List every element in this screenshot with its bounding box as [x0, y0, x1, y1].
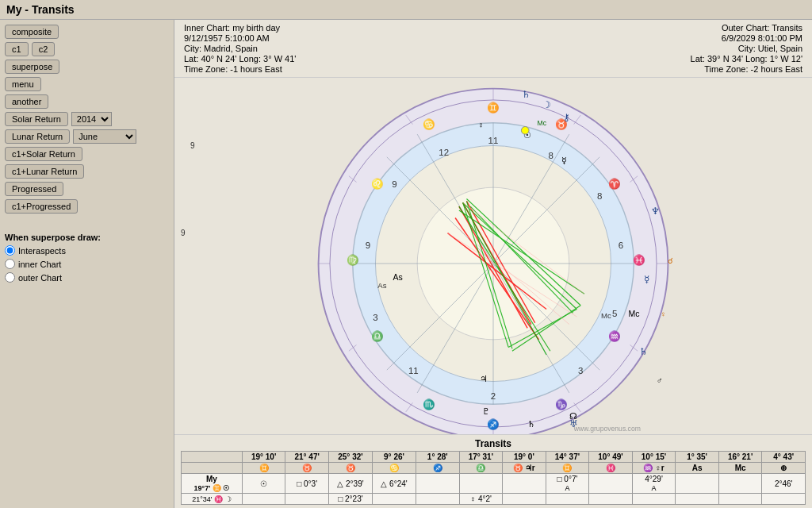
td-moon-9 [589, 494, 633, 505]
progressed-row: Progressed [5, 182, 169, 196]
lunar-return-month-select[interactable]: January February March April May June Ju… [73, 129, 136, 144]
c1-solar-row: c1+Solar Return [5, 147, 169, 161]
th-sign-8: ♊ [546, 463, 589, 474]
svg-text:♓: ♓ [633, 254, 645, 267]
th-sign-7: ♉ ♃r [503, 463, 546, 474]
c1-progressed-button[interactable]: c1+Progressed [5, 199, 78, 214]
outer-chart-timezone: Time Zone: -2 hours East [691, 64, 802, 74]
inner-chart-info: Inner Chart: my birth day 9/12/1957 5:10… [184, 23, 296, 74]
th-empty [182, 452, 243, 463]
td-moon-6: ♀ 4°2' [459, 494, 503, 505]
svg-text:♈: ♈ [608, 178, 621, 190]
svg-text:5: 5 [612, 309, 617, 318]
svg-text:☿: ☿ [561, 156, 567, 165]
svg-text:9: 9 [366, 241, 370, 250]
th-col-10: 10° 15' [632, 452, 676, 463]
svg-text:♄: ♄ [522, 90, 530, 99]
main-layout: composite c1 c2 superpose menu another S… [0, 20, 812, 508]
svg-text:♋: ♋ [423, 118, 435, 131]
td-my-9 [589, 474, 633, 494]
th-col-9: 10° 49' [589, 452, 633, 463]
svg-text:www.grupovenus.com: www.grupovenus.com [573, 425, 641, 433]
svg-text:As: As [377, 281, 386, 290]
sidebar: composite c1 c2 superpose menu another S… [0, 20, 174, 508]
interaspects-radio[interactable] [5, 245, 15, 256]
composite-button[interactable]: composite [5, 25, 59, 39]
astro-chart-svg: 11 8 8 6 5 3 2 11 3 9 9 12 [311, 81, 676, 434]
svg-text:2: 2 [491, 391, 496, 401]
svg-text:12: 12 [439, 148, 449, 157]
svg-text:☌: ☌ [668, 256, 673, 265]
svg-text:♊: ♊ [487, 102, 500, 114]
svg-text:♎: ♎ [371, 330, 384, 343]
td-my-4: △ 6°24' [372, 474, 416, 494]
lunar-return-button[interactable]: Lunar Return [5, 129, 70, 144]
outer-chart-radio[interactable] [5, 272, 15, 283]
inner-chart-city: City: Madrid, Spain [184, 44, 296, 53]
inner-chart-radio[interactable] [5, 259, 15, 269]
td-my-3: △ 2°39' [328, 474, 372, 494]
transits-table-title: Transits [181, 438, 806, 449]
chart-info-header: Inner Chart: my birth day 9/12/1957 5:10… [174, 20, 812, 78]
svg-text:Mc: Mc [629, 309, 640, 318]
c1-lunar-button[interactable]: c1+Lunar Return [5, 164, 84, 179]
svg-text:♀: ♀ [478, 120, 485, 129]
td-my-11 [676, 474, 719, 494]
outer-chart-date: 6/9/2029 8:01:00 PM [691, 33, 802, 43]
chart-canvas: 11 8 8 6 5 3 2 11 3 9 9 12 [174, 78, 812, 434]
composite-row: composite [5, 25, 169, 39]
c1-lunar-row: c1+Lunar Return [5, 164, 169, 179]
another-button[interactable]: another [5, 94, 48, 109]
th-col-7: 19° 0' [503, 452, 546, 463]
inner-chart-date: 9/12/1957 5:10:00 AM [184, 33, 296, 43]
inner-chart-timezone: Time Zone: -1 hours East [184, 64, 296, 74]
svg-text:♇: ♇ [482, 406, 490, 416]
svg-text:♄: ♄ [639, 347, 648, 356]
th-sign-6: ♎ [459, 463, 503, 474]
td-moon-7 [503, 494, 546, 505]
td-moon-2 [285, 494, 329, 505]
th-sign-13: ⊕ [762, 463, 806, 474]
svg-text:As: As [393, 272, 403, 282]
th-sign-5: ♐ [416, 463, 460, 474]
svg-text:3: 3 [578, 366, 583, 375]
td-my-label: My19°7' ♊ ☉ [182, 474, 243, 494]
td-moon-8 [546, 494, 589, 505]
svg-text:♆: ♆ [651, 206, 660, 216]
table-row-my: My19°7' ♊ ☉ ☉ □ 0°3' △ 2°39' △ 6°24' □ 0… [182, 474, 806, 494]
chart-house-label: 9 [181, 229, 186, 237]
svg-text:♒: ♒ [608, 330, 621, 343]
superpose-row: superpose [5, 60, 169, 74]
c2-button[interactable]: c2 [32, 42, 56, 56]
svg-text:8: 8 [597, 191, 602, 201]
svg-point-83 [521, 127, 529, 135]
th-sign-4: ♋ [372, 463, 416, 474]
td-my-6 [459, 474, 503, 494]
svg-text:11: 11 [408, 366, 419, 375]
th-sign-11: As [676, 463, 719, 474]
svg-text:♂: ♂ [657, 375, 663, 385]
outer-chart-latlong: Lat: 39° N 34' Long: 1° W 12' [691, 54, 802, 64]
td-my-10: 4°29'A [632, 474, 676, 494]
svg-text:♏: ♏ [423, 398, 435, 411]
c1-solar-button[interactable]: c1+Solar Return [5, 147, 82, 161]
solar-return-button[interactable]: Solar Return [5, 112, 68, 126]
th-col-6: 17° 31' [459, 452, 503, 463]
th-col-2: 21° 47' [285, 452, 329, 463]
table-row-moon: 21°34' ♓ ☽ □ 2°23' ♀ 4°2' [182, 494, 806, 505]
th-col-8: 14° 37' [546, 452, 589, 463]
td-my-7 [503, 474, 546, 494]
solar-return-year-select[interactable]: 2012 2013 2014 2015 2016 [71, 112, 112, 126]
th-col-1: 19° 10' [242, 452, 285, 463]
td-moon-label: 21°34' ♓ ☽ [182, 494, 243, 505]
td-moon-10 [632, 494, 676, 505]
svg-text:☽: ☽ [542, 100, 551, 110]
c1-button[interactable]: c1 [5, 42, 29, 56]
inner-chart-label: Inner Chart: my birth day [184, 23, 296, 33]
menu-button[interactable]: menu [5, 77, 41, 91]
inner-chart-latlong: Lat: 40° N 24' Long: 3° W 41' [184, 54, 296, 64]
progressed-button[interactable]: Progressed [5, 182, 63, 196]
svg-text:♌: ♌ [371, 178, 384, 190]
th-sign-2: ♉ [285, 463, 329, 474]
superpose-button[interactable]: superpose [5, 60, 59, 74]
